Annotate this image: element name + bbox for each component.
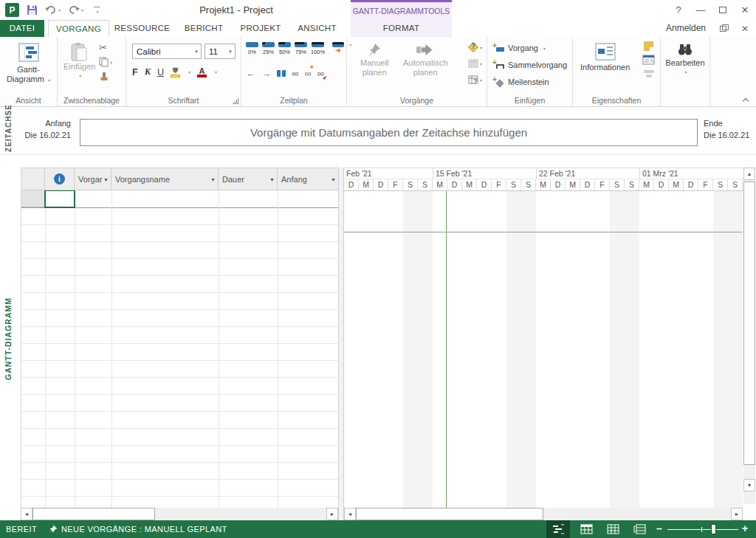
scroll-left-button[interactable]: ◄ (21, 508, 32, 520)
timescale-day-label[interactable]: M (566, 179, 580, 190)
timescale-day-label[interactable]: S (728, 179, 743, 190)
close-button[interactable]: ✕ (734, 0, 756, 20)
timescale-day-label[interactable]: D (580, 179, 595, 190)
percent-complete-button[interactable]: 100% (311, 42, 325, 55)
table-horizontal-scrollbar[interactable]: ◄ ► (21, 508, 338, 520)
vertical-scrollbar[interactable]: ▲ ▼ (743, 168, 755, 504)
timescale-day-label[interactable]: M (536, 179, 551, 190)
add-to-timeline-button[interactable] (643, 69, 655, 78)
zoom-slider-track[interactable] (667, 529, 738, 530)
view-team-planner-button[interactable] (601, 520, 625, 538)
auto-schedule-button[interactable]: Automatisch planen (403, 42, 448, 77)
tab-projekt[interactable]: PROJEKT (233, 20, 289, 37)
doc-close-button[interactable]: ✕ (734, 20, 756, 37)
unlink-tasks-button[interactable]: ∞ (304, 68, 311, 79)
editing-button[interactable]: Bearbeiten ▾ (661, 37, 709, 77)
timescale-day-label[interactable]: D (551, 179, 566, 190)
timescale-day-label[interactable]: D (477, 179, 492, 190)
timescale-day-label[interactable]: F (388, 179, 403, 190)
timescale-day-label[interactable]: D (344, 179, 359, 190)
respect-links-button[interactable]: ∞ (317, 68, 324, 79)
filter-arrow-icon[interactable]: ▼ (210, 177, 216, 182)
pane-splitter[interactable] (338, 168, 344, 520)
column-header-anfang[interactable]: Anfang▼ (278, 168, 339, 190)
column-header-vorgangsmodus[interactable]: Vorgar▼ (75, 168, 111, 190)
cut-button[interactable]: ✂ (99, 41, 112, 53)
timeline-pane[interactable]: ZEITACHSE Anfang Die 16.02.21 Vorgänge m… (0, 107, 756, 155)
insert-summary-task-button[interactable]: + Sammelvorgang (493, 61, 567, 69)
column-header-vorgangsname[interactable]: Vorgangsname▼ (111, 168, 219, 190)
save-button[interactable] (27, 4, 38, 15)
percent-complete-button[interactable]: 0% (246, 42, 258, 55)
scroll-left-button[interactable]: ◄ (344, 508, 356, 520)
undo-dropdown-arrow[interactable]: ▾ (58, 7, 61, 13)
timescale-week-label[interactable]: 22 Feb '21 (536, 168, 636, 179)
chevron-down-icon[interactable]: ▾ (480, 45, 482, 50)
scroll-down-button[interactable]: ▼ (743, 479, 755, 492)
paste-dropdown-arrow[interactable]: ▾ (79, 72, 81, 81)
chart-horizontal-scrollbar[interactable]: ◄ ► (344, 508, 743, 520)
timescale-day-label[interactable]: D (447, 179, 462, 190)
filter-arrow-icon[interactable]: ▼ (269, 177, 275, 182)
view-gantt-button[interactable] (546, 520, 570, 538)
timescale-week-label[interactable]: 01 Mrz '21 (639, 168, 740, 179)
timescale-days[interactable]: DMDFSSMDMDFSSMDMDFSSMDMDFSS (344, 179, 743, 191)
font-color-button[interactable]: A (197, 67, 207, 77)
table-scroll-thumb[interactable] (32, 508, 155, 520)
timescale-day-label[interactable]: S (418, 179, 433, 190)
chevron-down-icon[interactable]: ▾ (480, 61, 482, 66)
split-task-button[interactable] (277, 70, 286, 77)
timescale-day-label[interactable]: M (433, 179, 447, 190)
timescale-week-label[interactable]: Feb '21 (344, 168, 430, 179)
redo-dropdown-arrow[interactable]: ▾ (81, 7, 83, 13)
minimize-button[interactable]: — (690, 0, 712, 20)
restore-button[interactable] (712, 0, 734, 20)
timescale-weeks[interactable]: Feb '2115 Feb '2122 Feb '2101 Mrz '21 (344, 168, 743, 179)
copy-button[interactable]: ▾ (99, 56, 112, 68)
manually-schedule-button[interactable]: Manuell planen (360, 42, 389, 77)
bold-button[interactable]: F (132, 67, 138, 77)
font-size-select[interactable]: 11▼ (205, 44, 236, 59)
timescale-day-label[interactable]: D (654, 179, 669, 190)
select-all-header[interactable] (21, 168, 45, 190)
column-header-info[interactable]: i (45, 168, 75, 190)
scroll-right-button[interactable]: ► (731, 508, 743, 520)
active-row-header[interactable] (21, 190, 45, 207)
timescale-day-label[interactable]: F (595, 179, 610, 190)
customize-qat-button[interactable]: ▾ (92, 7, 101, 14)
timescale-day-label[interactable]: M (359, 179, 374, 190)
timescale-day-label[interactable]: F (698, 179, 713, 190)
outdent-task-button[interactable]: ← (246, 68, 255, 79)
indent-task-button[interactable]: → (261, 68, 271, 79)
help-button[interactable]: ? (667, 0, 690, 20)
task-information-button[interactable]: Informationen (580, 43, 630, 72)
timeline-placeholder-box[interactable]: Vorgänge mit Datumsangaben der Zeitachse… (80, 119, 698, 146)
active-cell[interactable] (44, 190, 75, 208)
background-color-button[interactable]: ⛊ (171, 67, 180, 77)
filter-arrow-icon[interactable]: ▼ (103, 177, 109, 182)
chevron-down-icon[interactable]: ▾ (684, 68, 687, 77)
font-color-dropdown-arrow[interactable]: ▾ (215, 69, 217, 75)
move-task-button[interactable]: ▾ (468, 58, 482, 69)
timescale-day-label[interactable]: M (462, 179, 477, 190)
percent-complete-button[interactable]: 75% (295, 42, 307, 55)
font-name-select[interactable]: Calibri▼ (132, 44, 202, 59)
sign-in-link[interactable]: Anmelden (666, 20, 706, 37)
task-mode-button[interactable]: ? ▾ (468, 74, 482, 86)
view-resource-sheet-button[interactable] (628, 520, 651, 538)
table-body[interactable] (21, 190, 339, 508)
italic-button[interactable]: K (145, 66, 151, 77)
timescale-day-label[interactable]: D (374, 179, 388, 190)
timescale-day-label[interactable]: M (669, 179, 684, 190)
tab-datei[interactable]: DATEI (0, 20, 44, 37)
scroll-up-button[interactable]: ▲ (743, 168, 755, 180)
task-notes-button[interactable] (644, 41, 653, 51)
timescale-day-label[interactable]: S (610, 179, 625, 190)
background-color-dropdown-arrow[interactable]: ▾ (188, 69, 190, 75)
filter-arrow-icon[interactable]: ▼ (331, 177, 336, 182)
timescale-day-label[interactable]: M (639, 179, 654, 190)
link-tasks-button[interactable]: ∞ (292, 68, 298, 79)
percent-complete-button[interactable]: 25% (262, 42, 275, 55)
project-app-icon[interactable]: P (5, 3, 19, 17)
timescale-day-label[interactable]: S (521, 179, 536, 190)
